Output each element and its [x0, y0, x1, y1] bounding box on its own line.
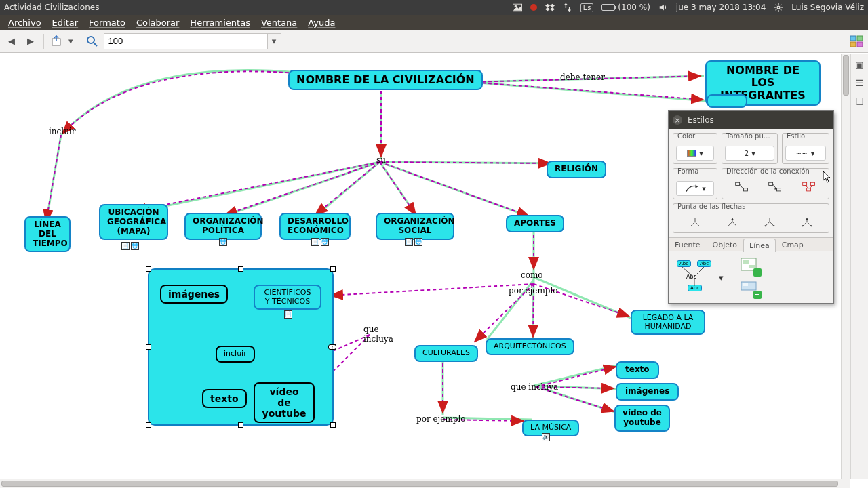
views-button[interactable] [849, 34, 864, 49]
sidestrip-icon-1[interactable]: ▣ [852, 57, 867, 72]
menu-formato[interactable]: Formato [83, 16, 131, 29]
horizontal-scrollbar[interactable] [0, 479, 850, 488]
dialog-footer: AbcAbc AbcAbc ▾ + + [669, 251, 833, 303]
dir-opt-3[interactable] [802, 181, 816, 195]
node-images[interactable]: imágenes [160, 285, 228, 304]
dir-opt-1[interactable] [734, 181, 749, 195]
menu-archivo[interactable]: Archivo [3, 16, 47, 29]
svg-point-1 [515, 5, 517, 7]
svg-line-7 [776, 5, 777, 6]
zoom-tool-icon[interactable] [85, 34, 100, 49]
attachments-geo[interactable]: 📄🌐 [121, 242, 140, 250]
node-timeline[interactable]: LÍNEA DEL TIEMPO [24, 216, 71, 252]
node-youtube2[interactable]: vídeo de youtube [614, 405, 670, 432]
menu-herramientas[interactable]: Herramientas [184, 16, 256, 29]
node-partial[interactable] [707, 94, 747, 108]
node-religion[interactable]: RELIGIÓN [547, 161, 606, 178]
node-incluir[interactable]: incluir [216, 346, 255, 363]
svg-line-68 [694, 267, 704, 277]
vertical-scrollbar[interactable] [841, 54, 850, 479]
group-color: Color ▾ [673, 133, 717, 164]
add-cmap-button[interactable]: + [740, 257, 759, 275]
svg-line-10 [781, 5, 782, 6]
image-indicator-icon [513, 3, 522, 12]
label-debe-tener: debe tener [560, 73, 605, 82]
zoom-input[interactable] [104, 36, 267, 46]
user-name[interactable]: Luis Segovia Véliz [791, 3, 864, 12]
node-political[interactable]: ORGANIZACIÓN POLÍTICA [184, 213, 262, 240]
node-econ[interactable]: DESARROLLO ECONÓMICO [279, 213, 351, 240]
menu-ayuda[interactable]: Ayuda [302, 16, 340, 29]
svg-rect-65 [811, 182, 815, 185]
node-main[interactable]: NOMBRE DE LA CIVILIZACIÓN [288, 70, 483, 90]
svg-point-12 [87, 37, 94, 43]
selected-group[interactable]: ⟨ imágenes CIENTÍFICOS Y TÉCNICOS 📄 incl… [148, 268, 334, 426]
attachments-pol[interactable]: 🌐 [218, 238, 228, 246]
chevron-down-icon[interactable]: ▾ [719, 272, 724, 283]
node-aportes[interactable]: APORTES [506, 215, 564, 232]
arrow-opt-3[interactable] [762, 216, 777, 230]
arrow-opt-4[interactable] [800, 216, 814, 230]
color-picker[interactable]: ▾ [676, 146, 714, 161]
dropbox-icon [545, 3, 555, 12]
attachments-scitech[interactable]: 📄 [283, 310, 293, 319]
node-images2[interactable]: imágenes [616, 383, 679, 401]
tab-fuente[interactable]: Fuente [669, 238, 707, 251]
tab-linea[interactable]: Línea [743, 239, 776, 252]
chevron-down-icon[interactable]: ▾ [267, 34, 281, 49]
node-texto[interactable]: texto [202, 389, 247, 408]
dialog-titlebar[interactable]: × Estilos [669, 111, 833, 129]
styles-dialog[interactable]: × Estilos Color ▾ Tamaño pu… 2 ▾ Estilo … [668, 110, 834, 304]
node-cultural[interactable]: CULTURALES [414, 345, 478, 362]
zoom-combo[interactable]: ▾ [104, 33, 281, 49]
svg-rect-64 [803, 182, 807, 185]
svg-rect-17 [857, 42, 863, 47]
keyboard-layout-badge[interactable]: Es [580, 3, 594, 12]
export-button[interactable] [50, 34, 64, 49]
right-tool-strip: ▣ ☰ ❏ [850, 54, 868, 479]
node-scitech[interactable]: CIENTÍFICOS Y TÉCNICOS [254, 285, 321, 310]
attachments-soc[interactable]: 📄🌐 [404, 238, 423, 246]
svg-line-9 [776, 9, 777, 11]
label-su: su [376, 155, 386, 165]
dialog-tabs: Fuente Objeto Línea Cmap [669, 237, 833, 251]
node-arch[interactable]: ARQUITECTÓNICOS [486, 338, 574, 355]
arrow-opt-2[interactable] [725, 216, 740, 230]
attachments-econ[interactable]: 📄🌐 [311, 238, 330, 246]
size-picker[interactable]: 2 ▾ [725, 146, 774, 161]
record-indicator-icon [530, 4, 537, 11]
group-direction: Dirección de la conexión [722, 168, 829, 199]
label-que-incluya-2: que incluya [511, 382, 558, 392]
forward-button[interactable]: ▶ [23, 34, 38, 49]
menu-colaborar[interactable]: Colaborar [131, 16, 184, 29]
label-que-incluya: queincluya [363, 325, 393, 344]
svg-point-2 [777, 6, 780, 9]
sidestrip-icon-3[interactable]: ❏ [852, 94, 867, 108]
arrow-opt-1[interactable] [688, 216, 703, 230]
close-icon[interactable]: × [673, 115, 682, 125]
node-geo[interactable]: UBICACIÓN GEOGRÁFICA (MAPA) [99, 204, 168, 240]
menu-editar[interactable]: Editar [47, 16, 84, 29]
volume-icon[interactable] [658, 3, 668, 12]
back-button[interactable]: ◀ [4, 34, 19, 49]
tab-cmap[interactable]: Cmap [776, 238, 810, 251]
settings-gear-icon[interactable] [774, 3, 783, 12]
system-top-panel: Actividad Civilizaciones Es (100 %) jue … [0, 0, 868, 15]
add-folder-button[interactable]: + [740, 281, 759, 298]
clock[interactable]: jue 3 may 2018 13:04 [676, 3, 766, 12]
network-icon [563, 3, 572, 12]
line-style-picker[interactable]: ┄┄▾ [785, 146, 826, 161]
node-music[interactable]: LA MÚSICA [522, 420, 579, 436]
node-legacy[interactable]: LEGADO A LA HUMANIDAD [631, 310, 705, 335]
sidestrip-icon-2[interactable]: ☰ [852, 75, 867, 90]
expand-handle-icon[interactable]: ⟨ [328, 344, 336, 350]
shape-picker[interactable]: ▾ [676, 181, 714, 196]
node-social[interactable]: ORGANIZACIÓN SOCIAL [376, 213, 454, 240]
node-texto2[interactable]: texto [616, 361, 659, 379]
menu-ventana[interactable]: Ventana [256, 16, 302, 29]
dir-opt-2[interactable] [768, 181, 783, 195]
attachments-music[interactable]: 🔊 [541, 433, 551, 441]
group-arrowhead: Punta de las flechas [673, 203, 829, 233]
tab-objeto[interactable]: Objeto [707, 238, 744, 251]
node-youtube[interactable]: vídeo de youtube [254, 382, 315, 423]
